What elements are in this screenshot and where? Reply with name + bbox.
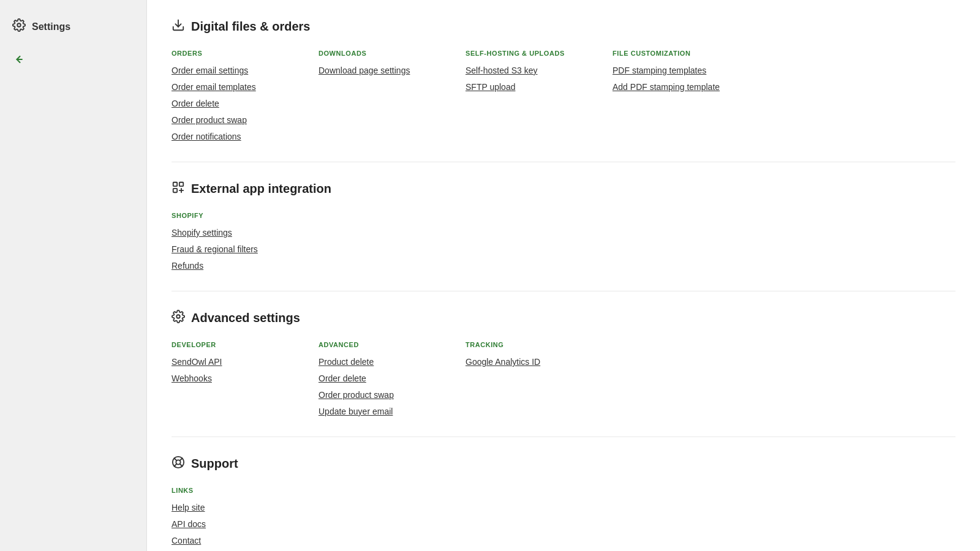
column-heading-digital-files-orders-1: DOWNLOADS — [318, 50, 441, 57]
link-digital-files-orders-0-1[interactable]: Order email templates — [172, 81, 294, 94]
link-digital-files-orders-2-0[interactable]: Self-hosted S3 key — [466, 64, 588, 77]
section-header-support: Support — [172, 455, 956, 472]
section-title-external-app-integration: External app integration — [191, 182, 331, 196]
column-digital-files-orders-0: ORDERSOrder email settingsOrder email te… — [172, 50, 294, 143]
column-links-external-app-integration-0: Shopify settingsFraud & regional filters… — [172, 227, 294, 272]
column-links-digital-files-orders-0: Order email settingsOrder email template… — [172, 64, 294, 143]
main-content: Digital files & ordersORDERSOrder email … — [147, 0, 980, 551]
section-title-advanced-settings: Advanced settings — [191, 311, 300, 325]
column-heading-digital-files-orders-2: SELF-HOSTING & UPLOADS — [466, 50, 588, 57]
sidebar: Settings — [0, 0, 147, 551]
section-title-support: Support — [191, 457, 238, 471]
section-external-app-integration: External app integrationSHOPIFYShopify s… — [172, 162, 956, 291]
link-digital-files-orders-0-0[interactable]: Order email settings — [172, 64, 294, 77]
link-digital-files-orders-1-0[interactable]: Download page settings — [318, 64, 441, 77]
column-heading-advanced-settings-0: DEVELOPER — [172, 341, 294, 348]
section-header-digital-files-orders: Digital files & orders — [172, 18, 956, 35]
svg-rect-3 — [173, 182, 177, 186]
column-advanced-settings-2: TRACKINGGoogle Analytics ID — [466, 341, 588, 418]
sidebar-title: Settings — [32, 21, 70, 32]
column-support-0: LINKSHelp siteAPI docsContact — [172, 487, 294, 547]
link-external-app-integration-0-0[interactable]: Shopify settings — [172, 227, 294, 239]
link-external-app-integration-0-2[interactable]: Refunds — [172, 260, 294, 272]
column-external-app-integration-0: SHOPIFYShopify settingsFraud & regional … — [172, 212, 294, 272]
link-digital-files-orders-3-1[interactable]: Add PDF stamping template — [612, 81, 735, 94]
link-digital-files-orders-0-4[interactable]: Order notifications — [172, 130, 294, 143]
external-app-integration-icon — [172, 181, 185, 197]
svg-point-0 — [17, 23, 21, 27]
column-heading-support-0: LINKS — [172, 487, 294, 494]
gear-icon — [12, 18, 26, 35]
link-digital-files-orders-3-0[interactable]: PDF stamping templates — [612, 64, 735, 77]
svg-line-12 — [175, 464, 177, 467]
link-advanced-settings-1-1[interactable]: Order delete — [318, 372, 441, 385]
column-links-advanced-settings-0: SendOwl APIWebhooks — [172, 356, 294, 385]
section-digital-files-orders: Digital files & ordersORDERSOrder email … — [172, 0, 956, 162]
svg-point-6 — [176, 315, 180, 318]
link-advanced-settings-2-0[interactable]: Google Analytics ID — [466, 356, 588, 369]
link-advanced-settings-0-0[interactable]: SendOwl API — [172, 356, 294, 369]
svg-rect-4 — [179, 182, 183, 186]
column-links-support-0: Help siteAPI docsContact — [172, 501, 294, 547]
link-advanced-settings-0-1[interactable]: Webhooks — [172, 372, 294, 385]
link-digital-files-orders-0-3[interactable]: Order product swap — [172, 114, 294, 127]
columns-grid-support: LINKSHelp siteAPI docsContact — [172, 487, 956, 547]
link-support-0-0[interactable]: Help site — [172, 501, 294, 514]
link-support-0-2[interactable]: Contact — [172, 534, 294, 547]
section-advanced-settings: Advanced settingsDEVELOPERSendOwl APIWeb… — [172, 291, 956, 437]
svg-rect-5 — [173, 189, 177, 192]
column-heading-external-app-integration-0: SHOPIFY — [172, 212, 294, 219]
column-links-advanced-settings-1: Product deleteOrder deleteOrder product … — [318, 356, 441, 418]
svg-line-11 — [180, 459, 183, 461]
column-heading-advanced-settings-2: TRACKING — [466, 341, 588, 348]
svg-line-9 — [175, 459, 177, 461]
link-digital-files-orders-0-2[interactable]: Order delete — [172, 97, 294, 110]
column-advanced-settings-1: ADVANCEDProduct deleteOrder deleteOrder … — [318, 341, 441, 418]
column-links-advanced-settings-2: Google Analytics ID — [466, 356, 588, 369]
link-external-app-integration-0-1[interactable]: Fraud & regional filters — [172, 243, 294, 256]
column-heading-digital-files-orders-0: ORDERS — [172, 50, 294, 57]
link-advanced-settings-1-3[interactable]: Update buyer email — [318, 405, 441, 418]
column-heading-advanced-settings-1: ADVANCED — [318, 341, 441, 348]
columns-grid-external-app-integration: SHOPIFYShopify settingsFraud & regional … — [172, 212, 956, 272]
column-digital-files-orders-1: DOWNLOADSDownload page settings — [318, 50, 441, 143]
section-header-advanced-settings: Advanced settings — [172, 310, 956, 326]
link-digital-files-orders-2-1[interactable]: SFTP upload — [466, 81, 588, 94]
link-advanced-settings-1-2[interactable]: Order product swap — [318, 389, 441, 402]
support-icon — [172, 455, 185, 472]
column-advanced-settings-0: DEVELOPERSendOwl APIWebhooks — [172, 341, 294, 418]
column-links-digital-files-orders-2: Self-hosted S3 keySFTP upload — [466, 64, 588, 94]
columns-grid-advanced-settings: DEVELOPERSendOwl APIWebhooksADVANCEDProd… — [172, 341, 956, 418]
svg-line-10 — [180, 464, 183, 467]
column-digital-files-orders-3: FILE CUSTOMIZATIONPDF stamping templates… — [612, 50, 735, 143]
column-links-digital-files-orders-3: PDF stamping templatesAdd PDF stamping t… — [612, 64, 735, 94]
section-title-digital-files-orders: Digital files & orders — [191, 20, 311, 34]
advanced-settings-icon — [172, 310, 185, 326]
section-header-external-app-integration: External app integration — [172, 181, 956, 197]
column-links-digital-files-orders-1: Download page settings — [318, 64, 441, 77]
sidebar-back-button[interactable] — [0, 47, 146, 72]
column-digital-files-orders-2: SELF-HOSTING & UPLOADSSelf-hosted S3 key… — [466, 50, 588, 143]
column-heading-digital-files-orders-3: FILE CUSTOMIZATION — [612, 50, 735, 57]
digital-files-orders-icon — [172, 18, 185, 35]
sidebar-header: Settings — [0, 12, 146, 47]
link-support-0-1[interactable]: API docs — [172, 518, 294, 531]
link-advanced-settings-1-0[interactable]: Product delete — [318, 356, 441, 369]
section-support: SupportLINKSHelp siteAPI docsContact — [172, 437, 956, 551]
columns-grid-digital-files-orders: ORDERSOrder email settingsOrder email te… — [172, 50, 956, 143]
